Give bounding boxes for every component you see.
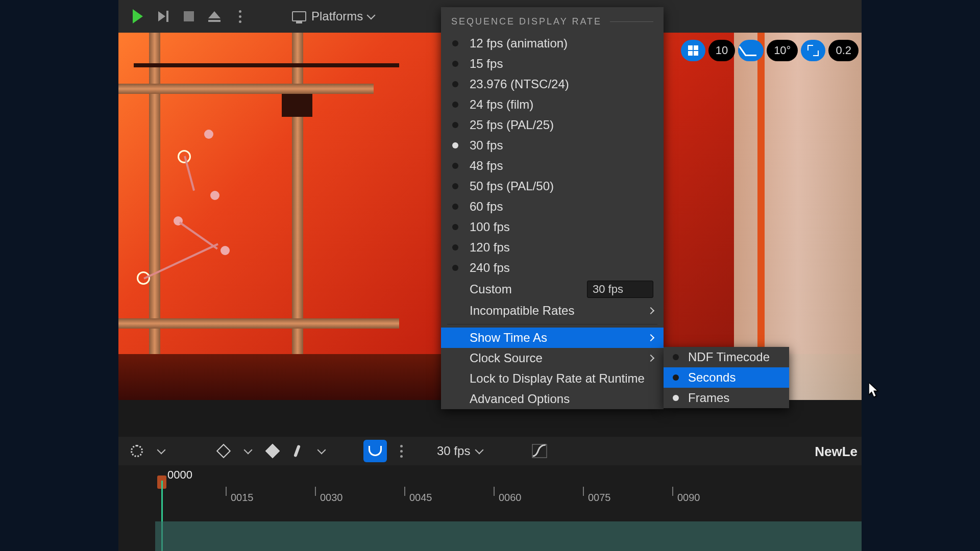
chevron-right-icon bbox=[647, 355, 654, 362]
custom-rate-input[interactable]: 30 fps bbox=[587, 281, 653, 298]
radio-icon bbox=[452, 163, 458, 169]
ruler-tick: 0090 bbox=[677, 492, 700, 504]
scene-pipe bbox=[118, 318, 399, 329]
radio-icon bbox=[452, 244, 458, 251]
fps-option[interactable]: 30 fps bbox=[441, 135, 664, 156]
time-ruler[interactable]: 001500300045006000750090 bbox=[118, 492, 862, 504]
advanced-options-item[interactable]: Advanced Options bbox=[441, 389, 664, 409]
radio-icon bbox=[673, 395, 679, 401]
chevron-down-icon bbox=[367, 11, 376, 20]
chevron-down-icon bbox=[317, 446, 326, 455]
chevron-down-icon bbox=[157, 446, 166, 455]
radio-icon bbox=[673, 374, 679, 381]
magnet-icon bbox=[369, 446, 382, 456]
fps-option-label: 15 fps bbox=[470, 57, 503, 71]
stop-icon bbox=[184, 11, 194, 21]
time-format-option[interactable]: Seconds bbox=[664, 367, 789, 388]
fps-option-label: 240 fps bbox=[470, 261, 510, 275]
time-format-option[interactable]: Frames bbox=[664, 388, 789, 408]
autokey-button[interactable] bbox=[262, 441, 283, 461]
fps-option-label: 60 fps bbox=[470, 199, 503, 214]
chevron-right-icon bbox=[647, 307, 654, 314]
incompatible-rates-item[interactable]: Incompatible Rates bbox=[441, 300, 664, 321]
radio-icon bbox=[452, 102, 458, 108]
scale-snap-value[interactable]: 0.2 bbox=[828, 40, 859, 61]
keyframe-solid-icon bbox=[265, 444, 280, 458]
viewport-toolbar: 10 10° 0.2 bbox=[681, 38, 862, 63]
grid-icon bbox=[688, 45, 698, 56]
key-button[interactable] bbox=[213, 441, 234, 461]
ruler-tick: 0045 bbox=[409, 492, 432, 504]
scene-wall bbox=[734, 33, 862, 400]
radio-icon bbox=[452, 183, 458, 189]
custom-rate-row[interactable]: Custom 30 fps bbox=[441, 278, 664, 300]
stop-button[interactable] bbox=[179, 6, 199, 27]
time-format-option[interactable]: NDF Timecode bbox=[664, 347, 789, 367]
step-button[interactable] bbox=[153, 6, 174, 27]
snap-toggle[interactable] bbox=[363, 440, 387, 462]
radio-icon bbox=[452, 142, 458, 148]
menu-section-header: SEQUENCE DISPLAY RATE bbox=[441, 7, 664, 33]
fps-option[interactable]: 60 fps bbox=[441, 196, 664, 217]
show-time-as-item[interactable]: Show Time As bbox=[441, 328, 664, 348]
ruler-tick: 0015 bbox=[231, 492, 254, 504]
angle-snap-toggle[interactable] bbox=[738, 40, 764, 61]
timeline[interactable]: 0000 001500300045006000750090 bbox=[118, 465, 862, 551]
snap-options[interactable] bbox=[391, 441, 411, 461]
grid-snap-value[interactable]: 10 bbox=[708, 40, 735, 61]
radio-icon bbox=[452, 204, 458, 210]
radio-icon bbox=[452, 122, 458, 128]
scene-pipe bbox=[118, 84, 374, 94]
keyframe-icon bbox=[216, 444, 231, 458]
key-dropdown[interactable] bbox=[238, 441, 258, 461]
editor-stage: Platforms 1 bbox=[118, 0, 862, 551]
eject-button[interactable] bbox=[204, 6, 225, 27]
fps-option-label: 23.976 (NTSC/24) bbox=[470, 77, 569, 91]
radio-icon bbox=[452, 40, 458, 46]
scene-line bbox=[179, 221, 218, 249]
play-button[interactable] bbox=[128, 6, 148, 27]
fps-option[interactable]: 50 fps (PAL/50) bbox=[441, 176, 664, 196]
sequence-name[interactable]: NewLe bbox=[815, 444, 857, 460]
curve-editor-button[interactable] bbox=[531, 443, 548, 459]
lock-display-rate-item[interactable]: Lock to Display Rate at Runtime bbox=[441, 368, 664, 389]
platforms-dropdown[interactable]: Platforms bbox=[286, 6, 380, 27]
gear-icon bbox=[131, 445, 143, 457]
fps-option[interactable]: 120 fps bbox=[441, 237, 664, 258]
fps-option-label: 120 fps bbox=[470, 240, 510, 255]
fps-option[interactable]: 23.976 (NTSC/24) bbox=[441, 74, 664, 94]
play-options-button[interactable] bbox=[230, 6, 250, 27]
fps-option[interactable]: 100 fps bbox=[441, 217, 664, 237]
fps-option[interactable]: 240 fps bbox=[441, 258, 664, 278]
fps-option-label: 100 fps bbox=[470, 220, 510, 234]
mouse-cursor bbox=[869, 383, 880, 400]
brush-button[interactable] bbox=[287, 441, 307, 461]
fps-selector[interactable]: 30 fps bbox=[437, 444, 482, 458]
settings-button[interactable] bbox=[127, 441, 147, 461]
scale-snap-toggle[interactable] bbox=[801, 40, 825, 61]
brush-dropdown[interactable] bbox=[311, 441, 332, 461]
clock-source-item[interactable]: Clock Source bbox=[441, 348, 664, 368]
fps-option[interactable]: 15 fps bbox=[441, 54, 664, 74]
settings-dropdown[interactable] bbox=[151, 441, 172, 461]
grid-snap-toggle[interactable] bbox=[681, 40, 705, 61]
kebab-icon bbox=[239, 10, 241, 23]
sequencer-toolbar: 30 fps bbox=[118, 437, 862, 465]
brush-icon bbox=[293, 445, 301, 458]
platforms-label: Platforms bbox=[311, 9, 363, 23]
fps-option[interactable]: 24 fps (film) bbox=[441, 94, 664, 115]
track-region[interactable] bbox=[155, 521, 862, 551]
fps-option[interactable]: 12 fps (animation) bbox=[441, 33, 664, 54]
fps-option-label: 12 fps (animation) bbox=[470, 36, 568, 51]
angle-snap-value[interactable]: 10° bbox=[767, 40, 798, 61]
scene-marker bbox=[210, 191, 219, 200]
eject-icon bbox=[208, 11, 220, 22]
curve-icon bbox=[531, 443, 548, 459]
angle-icon bbox=[745, 45, 756, 56]
menu-separator bbox=[447, 324, 657, 324]
fps-option[interactable]: 25 fps (PAL/25) bbox=[441, 115, 664, 135]
play-icon bbox=[133, 9, 143, 23]
fps-option-label: 50 fps (PAL/50) bbox=[470, 179, 554, 193]
fps-option-label: 24 fps (film) bbox=[470, 97, 533, 112]
fps-option[interactable]: 48 fps bbox=[441, 156, 664, 176]
